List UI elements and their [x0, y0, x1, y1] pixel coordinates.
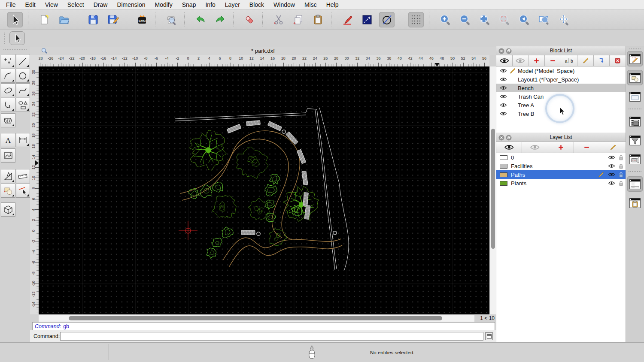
strip-handle[interactable] [629, 48, 641, 49]
block-list-float-button[interactable] [506, 48, 512, 54]
zoom-pan-button[interactable] [556, 12, 571, 27]
layer-row-plants[interactable]: Plants [496, 179, 626, 187]
open-file-button[interactable] [56, 12, 72, 27]
image-tool[interactable] [1, 148, 15, 163]
circle-tool-button[interactable] [379, 12, 395, 27]
copy-button[interactable] [291, 12, 306, 27]
menu-help[interactable]: Help [326, 1, 339, 8]
draw-pencil-button[interactable] [340, 12, 355, 27]
undo-button[interactable] [193, 12, 208, 27]
cut-button[interactable] [271, 12, 286, 27]
toggle-layer-filter-button[interactable] [627, 133, 643, 148]
line-tool[interactable] [16, 54, 30, 68]
menu-select[interactable]: Select [67, 1, 84, 8]
spline-tool[interactable] [16, 83, 30, 97]
menu-info[interactable]: Info [205, 1, 215, 8]
hide-all-blocks-button[interactable] [513, 55, 529, 66]
delete-block-button[interactable] [610, 55, 626, 66]
toggle-command-widget-button[interactable] [627, 176, 643, 192]
polyline-tool[interactable] [1, 98, 15, 112]
insert-block-button[interactable] [594, 55, 610, 66]
menu-file[interactable]: File [6, 1, 16, 8]
zoom-redraw-button[interactable] [497, 12, 512, 27]
block-list-close-button[interactable] [498, 48, 504, 54]
palette-handle[interactable] [3, 49, 27, 51]
menu-layer[interactable]: Layer [225, 1, 240, 8]
block-visibility-icon[interactable] [500, 85, 507, 90]
block-visibility-icon[interactable] [500, 94, 507, 99]
horizontal-scroll-thumb[interactable] [69, 316, 442, 320]
rename-block-button[interactable]: ab [561, 55, 577, 66]
measure-tool[interactable] [16, 169, 30, 183]
show-all-layers-button[interactable] [496, 142, 522, 153]
zoom-auto-button[interactable] [477, 12, 492, 27]
layer-lock-icon[interactable] [618, 180, 624, 187]
menu-view[interactable]: View [45, 1, 58, 8]
toolbar-handle[interactable] [4, 33, 7, 44]
points-tool[interactable] [1, 54, 15, 68]
command-input[interactable] [60, 332, 483, 341]
layer-lock-icon[interactable] [618, 154, 624, 161]
toggle-library-browser-button[interactable] [627, 114, 643, 129]
layer-row-paths[interactable]: Paths [496, 170, 626, 179]
layer-lock-icon[interactable] [618, 172, 624, 178]
block-visibility-icon[interactable] [500, 77, 507, 82]
edit-block-button[interactable] [577, 55, 594, 66]
layer-visibility-icon[interactable] [608, 181, 615, 186]
menu-edit[interactable]: Edit [25, 1, 36, 8]
redo-button[interactable] [213, 12, 228, 27]
drawing-canvas[interactable] [39, 66, 489, 314]
shapes-tool[interactable] [16, 98, 30, 112]
select-entity-tool[interactable] [16, 184, 30, 198]
layer-visibility-icon[interactable] [608, 155, 615, 160]
remove-layer-button[interactable] [574, 142, 600, 153]
order-tool[interactable] [1, 184, 15, 198]
zoom-in-button[interactable] [437, 12, 453, 27]
layer-list-float-button[interactable] [506, 135, 512, 141]
toggle-clipboard-panel-button[interactable] [627, 195, 643, 211]
block-visibility-icon[interactable] [500, 111, 507, 116]
block-visibility-icon[interactable] [500, 68, 507, 73]
new-file-button[interactable] [36, 12, 52, 27]
3d-tool[interactable] [1, 202, 15, 217]
layer-row-facilities[interactable]: Facilities [496, 162, 626, 170]
delete-button[interactable] [242, 12, 257, 27]
snap-grid-button[interactable] [408, 12, 424, 27]
zoom-previous-button[interactable] [516, 12, 532, 27]
layer-lock-icon[interactable] [618, 163, 624, 169]
ellipse-tool[interactable] [1, 83, 15, 97]
toggle-wall-panel-button[interactable] [627, 151, 643, 167]
canvas-vertical-scrollbar[interactable] [489, 66, 496, 314]
save-button[interactable] [85, 12, 101, 27]
menu-misc[interactable]: Misc [304, 1, 317, 8]
menu-dimension[interactable]: Dimension [117, 1, 145, 8]
layer-list-close-button[interactable] [498, 135, 504, 141]
command-detach-button[interactable] [485, 332, 493, 340]
menu-modify[interactable]: Modify [155, 1, 173, 8]
toggle-pen-palette-button[interactable] [627, 51, 643, 66]
menu-block[interactable]: Block [249, 1, 264, 8]
zoom-out-button[interactable] [457, 12, 473, 27]
export-svg-button[interactable]: SVG [134, 12, 150, 27]
hatch-tool[interactable] [1, 113, 15, 127]
show-all-blocks-button[interactable] [496, 55, 513, 66]
block-row-layout1-paper-space-[interactable]: Layout1 (*Paper_Space) [496, 75, 626, 84]
arc-tool[interactable] [1, 69, 15, 83]
text-tool[interactable]: A [1, 133, 15, 147]
select-option-button[interactable] [9, 31, 25, 45]
add-block-button[interactable] [529, 55, 545, 66]
toggle-block-panel-button[interactable] [627, 70, 643, 85]
layer-visibility-icon[interactable] [608, 172, 615, 177]
dimension-tool[interactable] [16, 133, 30, 147]
remove-block-button[interactable] [545, 55, 561, 66]
circle-tool[interactable] [16, 69, 30, 83]
save-as-button[interactable] [105, 12, 121, 27]
add-layer-button[interactable] [548, 142, 574, 153]
modify-layer-button[interactable] [600, 142, 626, 153]
menu-window[interactable]: Window [273, 1, 295, 8]
toggle-preview-panel-button[interactable] [627, 89, 643, 104]
line-tool-button[interactable] [359, 12, 375, 27]
paste-button[interactable] [310, 12, 326, 27]
menu-snap[interactable]: Snap [182, 1, 196, 8]
print-preview-button[interactable] [164, 12, 179, 27]
